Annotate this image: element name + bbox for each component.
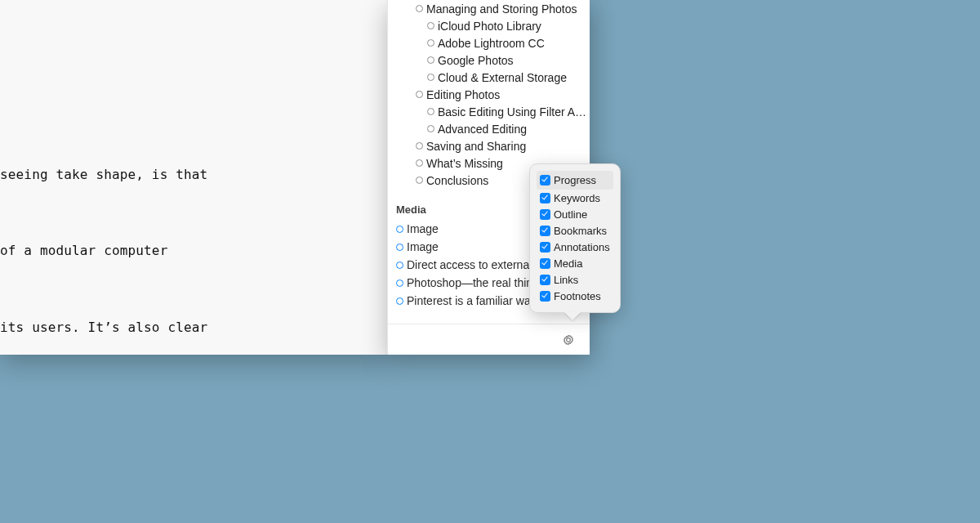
circle-icon [416,159,423,167]
popover-option-media[interactable]: Media [540,255,610,271]
editor-line: seeing take shape, is that [0,162,388,187]
popover-option-label: Progress [554,174,596,186]
popover-option-label: Footnotes [554,290,601,302]
editor-paragraph: seeing take shape, is that of a modular … [0,110,388,355]
circle-icon [427,74,434,81]
outline-label: Adobe Lightroom CC [438,37,545,50]
editor-line: its users. It’s also clear [0,315,388,340]
outline-item[interactable]: Advanced Editing [388,120,590,137]
outline-label: Editing Photos [426,88,500,101]
outline-label: Google Photos [438,54,514,67]
outline-list: Managing and Storing Photos iCloud Photo… [388,0,590,189]
sidebar-footer [388,324,590,355]
circle-icon [416,177,423,184]
circle-icon [416,5,423,12]
outline-label: Basic Editing Using Filter Apps [438,105,590,118]
checkbox-checked-icon[interactable] [540,291,550,302]
popover-option-links[interactable]: Links [540,271,610,288]
popover-option-annotations[interactable]: Annotations [540,239,610,255]
media-label: Photoshop—the real thing [407,276,539,289]
checkbox-checked-icon[interactable] [540,175,550,186]
checkbox-checked-icon[interactable] [540,209,550,220]
circle-icon [396,279,403,287]
circle-icon [427,22,434,29]
popover-option-outline[interactable]: Outline [540,206,610,222]
media-label: Image [407,222,439,235]
media-label: Direct access to external s [407,258,541,271]
circle-icon [396,262,403,269]
circle-icon [396,244,403,251]
popover-option-footnotes[interactable]: Footnotes [540,288,610,304]
checkbox-checked-icon[interactable] [540,242,550,253]
circle-icon [396,297,403,305]
circle-icon [427,39,434,47]
checkbox-checked-icon[interactable] [540,275,550,285]
circle-icon [427,56,434,64]
outline-label: Conclusions [426,174,488,187]
circle-icon [396,226,403,233]
outline-label: Advanced Editing [438,123,527,136]
outline-item[interactable]: Google Photos [388,51,590,69]
outline-label: What’s Missing [426,157,503,170]
circle-icon [427,125,434,132]
outline-item[interactable]: iCloud Photo Library [388,17,590,34]
outline-item[interactable]: Cloud & External Storage [388,69,590,86]
popover-option-label: Annotations [554,241,610,253]
popover-option-keywords[interactable]: Keywords [540,190,610,206]
outline-label: Managing and Storing Photos [426,2,577,16]
gear-icon[interactable] [562,333,575,346]
outline-item[interactable]: Saving and Sharing [388,137,590,154]
circle-icon [427,108,434,115]
checkbox-checked-icon[interactable] [540,258,550,269]
editor-pane[interactable]: seeing take shape, is that of a modular … [0,0,388,355]
circle-icon [416,91,423,98]
popover-option-progress[interactable]: Progress [537,171,613,190]
settings-popover: Progress Keywords Outline Bookmarks Anno… [529,163,621,313]
popover-option-label: Bookmarks [554,225,607,237]
popover-option-label: Keywords [554,192,600,204]
checkbox-checked-icon[interactable] [540,193,550,203]
popover-option-label: Outline [554,208,587,221]
outline-item[interactable]: Adobe Lightroom CC [388,34,590,51]
circle-icon [416,142,423,150]
popover-option-bookmarks[interactable]: Bookmarks [540,222,610,239]
outline-label: Saving and Sharing [426,140,526,153]
outline-label: Cloud & External Storage [438,71,567,84]
outline-label: iCloud Photo Library [438,20,541,33]
media-label: Image [407,240,439,253]
popover-option-label: Links [554,274,578,286]
popover-option-label: Media [554,257,582,270]
outline-item[interactable]: Editing Photos [388,86,590,103]
outline-item[interactable]: Managing and Storing Photos [388,0,590,17]
checkbox-checked-icon[interactable] [540,226,550,236]
editor-line: of a modular computer [0,238,388,263]
outline-item[interactable]: Basic Editing Using Filter Apps [388,103,590,120]
